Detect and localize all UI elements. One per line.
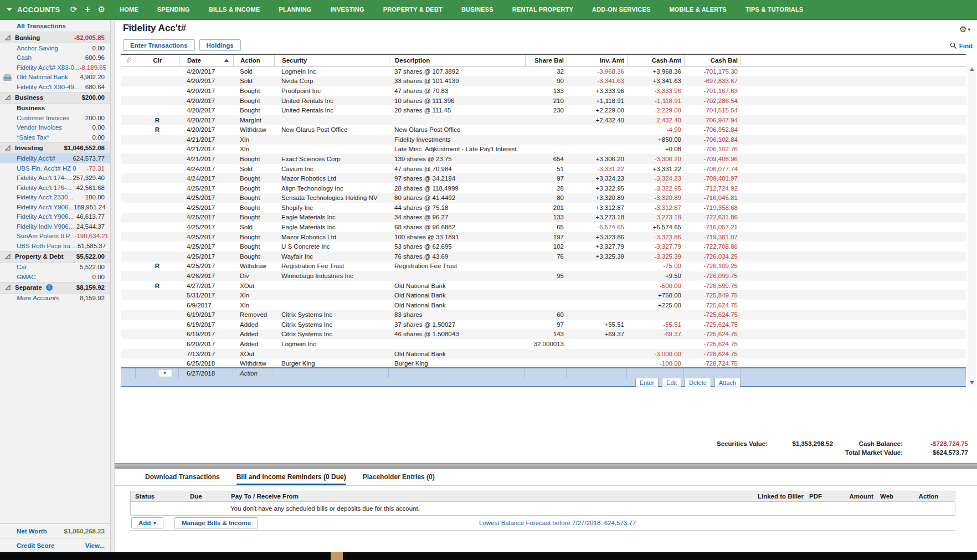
credit-score-view-link[interactable]: View...: [85, 542, 105, 549]
table-row[interactable]: 4/26/2017DivWinnebago Industries Inc95+9…: [121, 271, 966, 281]
table-row[interactable]: 4/20/2017SoldNvida Corp33 shares @ 101.4…: [121, 76, 966, 86]
table-row[interactable]: 4/24/2017SoldCavium Inc47 shares @ 70.98…: [121, 164, 966, 174]
nav-item-mobile-alerts[interactable]: MOBILE & ALERTS: [669, 6, 726, 13]
enter-transactions-button[interactable]: Enter Transactions: [123, 39, 195, 51]
holdings-button[interactable]: Holdings: [199, 39, 241, 51]
table-row[interactable]: 4/25/2017BoughtEagle Materials Inc34 sha…: [121, 213, 966, 223]
gear-icon[interactable]: ⚙: [98, 6, 105, 14]
sidebar-item-sales-tax[interactable]: *Sales Tax*0.00: [0, 132, 110, 142]
table-row[interactable]: 4/25/2017BoughtShopify Inc44 shares @ 75…: [121, 203, 966, 213]
sidebar-item-fidelity-indiv-y906[interactable]: Fidelity Indiv Y906...24,544.37: [0, 222, 110, 232]
refresh-icon[interactable]: ⟳: [70, 6, 78, 14]
nav-item-investing[interactable]: INVESTING: [331, 6, 364, 13]
new-row-action[interactable]: Action: [233, 368, 274, 378]
table-row[interactable]: R4/20/2017WithdrawNew Glarus Post Office…: [121, 125, 966, 135]
sidebar-item-customer-invoices[interactable]: Customer Invoices200.00: [0, 113, 110, 123]
collapse-panel-chevron-icon[interactable]: [127, 24, 133, 29]
lowest-balance-forecast-link[interactable]: Lowest Balance Forecast before 7/27/2018…: [479, 520, 636, 526]
sidebar-item-fidelity-acc-t-176[interactable]: Fidelity Acc't 176-...42,561.68: [0, 183, 110, 193]
nav-item-spending[interactable]: SPENDING: [157, 6, 190, 13]
pane-splitter[interactable]: [115, 463, 977, 469]
table-row[interactable]: R4/25/2017WithdrawRegistration Fee Trust…: [121, 261, 966, 271]
sidebar-item-fidelity-acc-t[interactable]: Fidelity Acc't#624,573.77: [0, 154, 110, 164]
table-row[interactable]: 4/21/2017BoughtExact Sciences Corp139 sh…: [121, 154, 966, 164]
sidebar-item-ubs-fin-acc-t-hz-0[interactable]: UBS Fin. Acc't# HZ 0-73.31: [0, 163, 110, 173]
table-row[interactable]: 6/19/2017RemovedCitrix Systems Inc83 sha…: [121, 310, 966, 320]
table-row[interactable]: 4/25/2017BoughtWayfair Inc76 shares @ 43…: [121, 251, 966, 261]
table-row[interactable]: 4/25/2017BoughtAlign Techonology Inc28 s…: [121, 183, 966, 193]
sidebar-item-vendor-invoices[interactable]: Vendor Invoices0.00: [0, 123, 110, 133]
nav-item-rental-property[interactable]: RENTAL PROPERTY: [512, 6, 573, 13]
table-row[interactable]: 4/20/2017SoldLogmein Inc37 shares @ 107.…: [121, 66, 966, 76]
nav-item-business[interactable]: BUSINESS: [461, 6, 493, 13]
sidebar-item-fidelity-acc-t-2330[interactable]: Fidelity Acc't 2330...100.00: [0, 193, 110, 203]
sidebar-group-property-debt[interactable]: Property & Debt$5,522.00: [0, 251, 110, 263]
table-row[interactable]: 6/9/2017XInOld National Bank+225.00-725,…: [121, 300, 966, 310]
add-reminder-button[interactable]: Add ▾: [131, 517, 163, 528]
sidebar-item-fidelity-acc-t-y906[interactable]: Fidelity Acc't Y906...46,613.77: [0, 212, 110, 222]
sidebar-item-cash[interactable]: Cash600.96: [0, 53, 110, 63]
new-row-date[interactable]: 6/27/2018: [179, 368, 233, 378]
register-scrollbar[interactable]: [968, 65, 976, 387]
table-row[interactable]: 4/21/2017XInFidelity Investments+850.00-…: [121, 135, 966, 145]
new-transaction-row[interactable]: ▾ 6/27/2018 Action: [121, 368, 966, 378]
table-row[interactable]: 4/21/2017XInLate Misc. Adjkustment - Lat…: [121, 145, 966, 155]
tab-placeholder-entries[interactable]: Placeholder Entries (0): [363, 470, 435, 485]
nav-item-bills-income[interactable]: BILLS & INCOME: [209, 6, 260, 13]
sidebar-item-old-national-bank[interactable]: Old National Bank4,902.20: [0, 73, 110, 83]
table-row[interactable]: 7/13/2017XOutOld National Bank-3,000.00-…: [121, 349, 966, 359]
find-control[interactable]: Find: [950, 42, 973, 49]
nav-item-tips-tutorials[interactable]: TIPS & TUTORIALS: [745, 6, 803, 13]
nav-item-add-on-services[interactable]: ADD-ON SERVICES: [592, 6, 650, 13]
table-row[interactable]: 4/25/2017SoldEagle Materials Inc68 share…: [121, 222, 966, 232]
register-settings[interactable]: ⚙ ▾: [959, 24, 970, 34]
sidebar-item-fidelity-acc-t-174[interactable]: Fidelity Acc't 174-...257,329.40: [0, 173, 110, 183]
table-row[interactable]: 6/20/2017AddedLogmein Inc32.000013-725,6…: [121, 339, 966, 349]
enter-button[interactable]: Enter: [635, 378, 659, 387]
sidebar-group-investing[interactable]: Investing$1,046,552.08: [0, 142, 110, 154]
delete-button[interactable]: Delete: [685, 378, 711, 387]
table-row[interactable]: 4/20/2017BoughtUnited Rentals Inc10 shar…: [121, 96, 966, 106]
sidebar-item-business[interactable]: Business: [0, 104, 110, 114]
sidebar-item-all-transactions[interactable]: All Transactions: [0, 20, 110, 32]
tab-bill-income-reminders[interactable]: Bill and Income Reminders (0 Due): [236, 470, 346, 485]
new-transaction-area[interactable]: ▾ 6/27/2018 Action Enter Edit Delete Att…: [121, 367, 966, 387]
edit-button[interactable]: Edit: [662, 378, 681, 387]
table-row[interactable]: 6/19/2017AddedCitrix Systems Inc46 share…: [121, 330, 966, 340]
nav-item-home[interactable]: HOME: [120, 6, 138, 13]
new-row-dropdown[interactable]: ▾: [158, 369, 172, 377]
gear-icon[interactable]: ⚙: [959, 24, 966, 34]
sidebar-item-fidelity-acc-t-x90-49[interactable]: Fidelity Acc't X90-49...680.64: [0, 82, 110, 92]
attach-button[interactable]: Attach: [714, 378, 741, 387]
accounts-header[interactable]: ACCOUNTS ⟳ + ⚙: [0, 0, 111, 19]
sidebar-item-ubs-roth-pace-ira[interactable]: UBS Roth Pace Ira ...51,585.37: [0, 241, 110, 251]
sidebar-item-more-accounts[interactable]: More Accounts8,159.92: [0, 294, 110, 304]
sidebar-group-banking[interactable]: Banking-$2,005.85: [0, 32, 110, 43]
add-account-icon[interactable]: +: [84, 4, 90, 14]
table-row[interactable]: 5/31/2017XInOld National Bank+750.00-725…: [121, 290, 966, 300]
nav-item-property-debt[interactable]: PROPERTY & DEBT: [383, 6, 443, 13]
info-icon[interactable]: i: [46, 284, 53, 291]
table-row[interactable]: 4/25/2017BoughtU S Concrete Inc53 shares…: [121, 242, 966, 251]
table-row[interactable]: 4/25/2017BoughtSensata Technologies Hold…: [121, 193, 966, 203]
nav-item-planning[interactable]: PLANNING: [279, 6, 312, 13]
table-row[interactable]: R4/27/2017XOutOld National Bank-500.00-7…: [121, 281, 966, 291]
sidebar-item-fidelity-acc-t-y906[interactable]: Fidelity Acc't Y906...189,951.24: [0, 202, 110, 212]
sidebar-item-sunam-polaris-ii-p[interactable]: SunAm Polaris II P...-190,634.21: [0, 232, 110, 242]
table-row[interactable]: 6/19/2017AddedCitrix Systems Inc37 share…: [121, 320, 966, 330]
sidebar-item-gmac[interactable]: GMAC0.00: [0, 272, 110, 282]
sidebar-item-car[interactable]: Car5,522.00: [0, 263, 110, 273]
manage-bills-income-button[interactable]: Manage Bills & Income: [174, 517, 258, 528]
tab-download-transactions[interactable]: Download Transactions: [145, 470, 220, 485]
table-row[interactable]: 4/25/2017BoughtMazor Robotics Ltd100 sha…: [121, 232, 966, 242]
table-row[interactable]: 4/24/2017BoughtMazor Robotics Ltd97 shar…: [121, 173, 966, 183]
scroll-down-arrow[interactable]: [968, 379, 976, 387]
scroll-up-arrow[interactable]: [968, 65, 976, 73]
table-row[interactable]: 4/20/2017BoughtUnited Rentals Inc20 shar…: [121, 105, 966, 115]
sidebar-group-business[interactable]: Business$200.00: [0, 92, 110, 104]
table-row[interactable]: R4/20/2017MargInt+2,432.40-2,432.40-706,…: [121, 115, 966, 125]
table-row[interactable]: 4/20/2017BoughtProofpoint Inc47 shares @…: [121, 86, 966, 96]
sidebar-item-anchor-saving[interactable]: Anchor Saving0.00: [0, 43, 110, 53]
sidebar-group-separate[interactable]: Separatei$8,159.92: [0, 282, 110, 294]
sidebar-item-fidelity-acc-t-x83-0[interactable]: Fidelity Acc't# X83-0...-8,189.65: [0, 63, 110, 73]
